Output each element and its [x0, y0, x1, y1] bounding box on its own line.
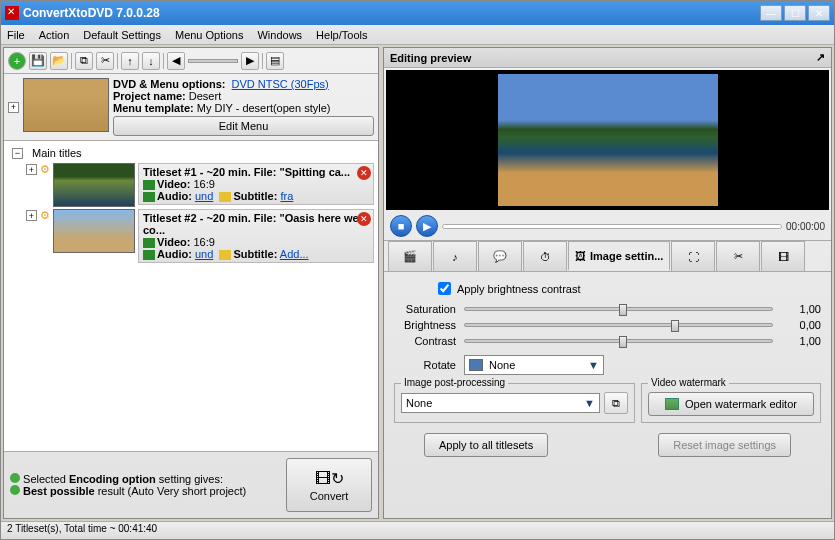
brightness-label: Brightness	[394, 319, 456, 331]
watermark-label: Video watermark	[648, 377, 729, 388]
menu-menu-options[interactable]: Menu Options	[175, 29, 243, 41]
title-1-audio-link[interactable]: und	[195, 190, 213, 202]
contrast-value: 1,00	[781, 335, 821, 347]
stop-button[interactable]: ■	[390, 215, 412, 237]
video-icon	[143, 238, 155, 248]
play-button[interactable]: ▶	[416, 215, 438, 237]
title-2-subtitle-link[interactable]: Add...	[280, 248, 309, 260]
maximize-button[interactable]: ☐	[784, 5, 806, 21]
add-button[interactable]: +	[8, 52, 26, 70]
project-panel: + 💾 📂 ⧉ ✂ ↑ ↓ ◀ ▶ ▤ + DVD & Me	[3, 47, 379, 519]
post-processing-group: Image post-processing None▼ ⧉	[394, 383, 635, 423]
saturation-value: 1,00	[781, 303, 821, 315]
menu-windows[interactable]: Windows	[257, 29, 302, 41]
settings-tabs: 🎬 ♪ 💬 ⏱ 🖼 Image settin... ⛶ ✂ 🎞	[384, 241, 831, 272]
brightness-slider[interactable]	[464, 323, 773, 327]
audio-icon	[143, 192, 155, 202]
tab-image-settings[interactable]: 🖼 Image settin...	[568, 241, 670, 271]
titles-tree: − Main titles +⚙ ✕ Titleset #1 - ~20 min…	[4, 140, 378, 451]
chapter-slider[interactable]	[188, 59, 238, 63]
rotate-label: Rotate	[394, 359, 456, 371]
menu-template-label: Menu template:	[113, 102, 194, 114]
convert-button[interactable]: 🎞↻ Convert	[286, 458, 372, 512]
contrast-label: Contrast	[394, 335, 456, 347]
tab-cut[interactable]: ✂	[716, 241, 760, 271]
dvd-options-label: DVD & Menu options:	[113, 78, 225, 90]
dvd-format-link[interactable]: DVD NTSC (30Fps)	[232, 78, 329, 90]
tab-chapters[interactable]: ⏱	[523, 241, 567, 271]
menu-default-settings[interactable]: Default Settings	[83, 29, 161, 41]
rotate-dropdown[interactable]: None▼	[464, 355, 604, 375]
title-2-audio-link[interactable]: und	[195, 248, 213, 260]
tab-output[interactable]: 🎞	[761, 241, 805, 271]
chapter-prev-icon[interactable]: ◀	[167, 52, 185, 70]
saturation-slider[interactable]	[464, 307, 773, 311]
cut-icon[interactable]: ✂	[96, 52, 114, 70]
tab-audio[interactable]: ♪	[433, 241, 477, 271]
menu-file[interactable]: File	[7, 29, 25, 41]
contrast-slider[interactable]	[464, 339, 773, 343]
menu-help-tools[interactable]: Help/Tools	[316, 29, 367, 41]
expand-title-2[interactable]: +	[26, 210, 37, 221]
tab-video[interactable]: 🎬	[388, 241, 432, 271]
move-down-icon[interactable]: ↓	[142, 52, 160, 70]
watermark-group: Video watermark Open watermark editor	[641, 383, 821, 423]
subtitle-icon	[219, 250, 231, 260]
post-processing-settings-button[interactable]: ⧉	[604, 392, 628, 414]
preview-header: Editing preview	[390, 52, 471, 64]
image-settings-content: Apply brightness contrast Saturation 1,0…	[384, 272, 831, 518]
open-icon[interactable]: 📂	[50, 52, 68, 70]
preview-image	[498, 74, 718, 206]
move-up-icon[interactable]: ↑	[121, 52, 139, 70]
collapse-main-titles[interactable]: −	[12, 148, 23, 159]
edit-menu-button[interactable]: Edit Menu	[113, 116, 374, 136]
rotate-icon	[469, 359, 483, 371]
left-toolbar: + 💾 📂 ⧉ ✂ ↑ ↓ ◀ ▶ ▤	[4, 48, 378, 74]
tab-subtitles[interactable]: 💬	[478, 241, 522, 271]
save-icon[interactable]: 💾	[29, 52, 47, 70]
title-2-thumbnail[interactable]	[53, 209, 135, 253]
preview-panel: Editing preview ↗ ■ ▶ 00:00:00 🎬 ♪ 💬 ⏱ 🖼…	[383, 47, 832, 519]
title-2-header: Titleset #2 - ~20 min. File: "Oasis here…	[143, 212, 359, 236]
encoding-info: Selected Encoding option setting gives: …	[10, 473, 278, 497]
title-1-remove[interactable]: ✕	[357, 166, 371, 180]
close-button[interactable]: ✕	[808, 5, 830, 21]
convert-icon: 🎞↻	[315, 469, 344, 488]
time-display: 00:00:00	[786, 221, 825, 232]
tab-crop[interactable]: ⛶	[671, 241, 715, 271]
merge-icon[interactable]: ⧉	[75, 52, 93, 70]
batch-icon[interactable]: ▤	[266, 52, 284, 70]
expand-title-1[interactable]: +	[26, 164, 37, 175]
title-2-meta: ✕ Titleset #2 - ~20 min. File: "Oasis he…	[138, 209, 374, 263]
title-2-remove[interactable]: ✕	[357, 212, 371, 226]
app-icon	[5, 6, 19, 20]
post-processing-label: Image post-processing	[401, 377, 508, 388]
menu-thumbnail[interactable]	[23, 78, 109, 132]
menubar: File Action Default Settings Menu Option…	[1, 25, 834, 45]
watermark-button[interactable]: Open watermark editor	[648, 392, 814, 416]
video-icon	[143, 180, 155, 190]
titlebar: ConvertXtoDVD 7.0.0.28 — ☐ ✕	[1, 1, 834, 25]
preview-area	[386, 70, 829, 210]
project-name-value: Desert	[189, 90, 221, 102]
apply-brightness-label: Apply brightness contrast	[457, 283, 581, 295]
saturation-label: Saturation	[394, 303, 456, 315]
minimize-button[interactable]: —	[760, 5, 782, 21]
seek-slider[interactable]	[442, 224, 782, 229]
fullscreen-icon[interactable]: ↗	[816, 51, 825, 64]
menu-action[interactable]: Action	[39, 29, 70, 41]
subtitle-icon	[219, 192, 231, 202]
title-1-thumbnail[interactable]	[53, 163, 135, 207]
reset-button[interactable]: Reset image settings	[658, 433, 791, 457]
post-processing-dropdown[interactable]: None▼	[401, 393, 600, 413]
main-titles-label: Main titles	[32, 147, 82, 159]
apply-brightness-checkbox[interactable]	[438, 282, 451, 295]
apply-all-button[interactable]: Apply to all titlesets	[424, 433, 548, 457]
expand-dvd[interactable]: +	[8, 102, 19, 113]
title-1-header: Titleset #1 - ~20 min. File: "Spitting c…	[143, 166, 350, 178]
chapter-next-icon[interactable]: ▶	[241, 52, 259, 70]
title-1-subtitle-link[interactable]: fra	[280, 190, 293, 202]
watermark-icon	[665, 398, 679, 410]
brightness-value: 0,00	[781, 319, 821, 331]
title-1-meta: ✕ Titleset #1 - ~20 min. File: "Spitting…	[138, 163, 374, 205]
